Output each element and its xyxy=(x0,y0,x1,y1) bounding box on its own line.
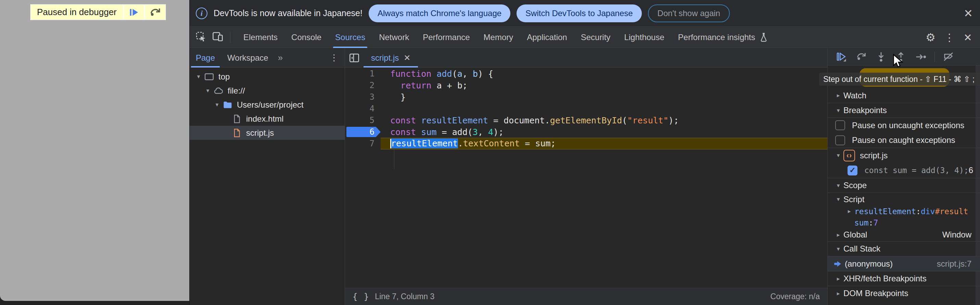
chevron-down-icon[interactable]: ▾ xyxy=(833,152,843,159)
tab-performance-insights[interactable]: Performance insights xyxy=(671,27,776,48)
pause-caught-row[interactable]: Pause on caught exceptions xyxy=(828,133,980,148)
chevron-down-icon[interactable]: ▾ xyxy=(833,196,843,203)
switch-devtools-to-japanese-button[interactable]: Switch DevTools to Japanese xyxy=(517,5,642,22)
tree-item-script-js[interactable]: script.js xyxy=(189,126,345,140)
chevron-down-icon[interactable]: ▾ xyxy=(212,101,222,108)
line-number[interactable]: 4 xyxy=(345,103,381,115)
navigator-kebab-icon[interactable]: ⋮ xyxy=(329,53,345,63)
resume-script-button[interactable] xyxy=(123,5,144,19)
section-scope[interactable]: ▾ Scope xyxy=(828,178,980,193)
navigator-overflow-chevrons-icon[interactable]: » xyxy=(275,53,285,63)
settings-gear-icon[interactable]: ⚙ xyxy=(926,31,935,44)
line-number[interactable]: 2 xyxy=(345,80,381,91)
always-match-chrome-s-language-button[interactable]: Always match Chrome's language xyxy=(369,5,511,22)
scope-script-group[interactable]: ▾ Script xyxy=(828,193,980,206)
code-text: return a + b; xyxy=(381,81,468,91)
tab-network[interactable]: Network xyxy=(372,27,416,48)
call-stack-frame-row[interactable]: (anonymous) script.js:7 xyxy=(828,256,980,271)
step-over-next-button[interactable] xyxy=(144,5,165,19)
hide-navigator-icon[interactable] xyxy=(345,52,364,64)
section-call-stack[interactable]: ▾ Call Stack xyxy=(828,241,980,256)
scope-var-resultElement[interactable]: ▸ resultElement: div#result xyxy=(828,206,980,217)
tab-close-icon[interactable]: ✕ xyxy=(404,53,410,63)
line-number[interactable]: 5 xyxy=(345,115,381,126)
tab-performance[interactable]: Performance xyxy=(416,27,476,48)
tree-item-index-html[interactable]: index.html xyxy=(189,112,345,126)
call-stack-label: Call Stack xyxy=(843,244,880,254)
tab-label: Security xyxy=(581,33,611,42)
section-dom-breakpoints[interactable]: ▸ DOM Breakpoints xyxy=(828,286,980,300)
chevron-right-icon[interactable]: ▸ xyxy=(833,275,843,283)
section-breakpoints[interactable]: ▾ Breakpoints xyxy=(828,103,980,118)
infobar-close-icon[interactable]: ✕ xyxy=(964,8,973,19)
page-background xyxy=(0,0,189,301)
deactivate-breakpoints-button[interactable] xyxy=(942,51,955,63)
devtools-toolbar: ElementsConsoleSourcesNetworkPerformance… xyxy=(189,27,980,48)
chevron-down-icon[interactable]: ▾ xyxy=(194,73,203,80)
scope-global-group[interactable]: ▸ Global Window xyxy=(828,228,980,241)
chevron-right-icon[interactable]: ▸ xyxy=(833,290,843,297)
chevron-right-icon[interactable]: ▸ xyxy=(833,92,843,99)
tab-lighthouse[interactable]: Lighthouse xyxy=(617,27,671,48)
pause-caught-checkbox[interactable] xyxy=(835,136,845,145)
editor-tab-scriptjs[interactable]: script.js ✕ xyxy=(364,48,418,67)
pause-uncaught-row[interactable]: Pause on uncaught exceptions xyxy=(828,118,980,133)
tab-security[interactable]: Security xyxy=(574,27,617,48)
tab-sources[interactable]: Sources xyxy=(328,27,372,48)
more-options-kebab-icon[interactable]: ⋮ xyxy=(944,32,955,43)
line-number[interactable]: 7 xyxy=(345,138,381,149)
javascript-file-icon: ‹› xyxy=(843,150,855,161)
step-button[interactable] xyxy=(915,51,927,63)
chevron-right-icon[interactable]: ▸ xyxy=(833,232,843,238)
pause-caught-label: Pause on caught exceptions xyxy=(852,136,955,145)
code-editor[interactable]: 1function add(a, b) {2 return a + b;3 }4… xyxy=(345,68,827,288)
code-line-6[interactable]: 6const sum = add(3, 4); xyxy=(345,126,827,138)
close-devtools-icon[interactable]: ✕ xyxy=(964,32,972,43)
step-over-icon xyxy=(149,6,161,19)
don-t-show-again-button[interactable]: Don't show again xyxy=(648,5,730,22)
chevron-down-icon[interactable]: ▾ xyxy=(833,107,843,114)
pause-uncaught-checkbox[interactable] xyxy=(835,120,845,130)
line-number[interactable]: 6 xyxy=(345,126,381,138)
section-watch[interactable]: ▸ Watch xyxy=(828,88,980,103)
code-line-7[interactable]: 7resultElement.textContent = sum; xyxy=(345,138,827,149)
code-line-3[interactable]: 3 } xyxy=(345,91,827,103)
frame-icon xyxy=(203,72,215,81)
breakpoint-entry-row[interactable]: ✓ const sum = add(3, 4); 6 xyxy=(828,163,980,178)
chevron-right-icon[interactable]: ▸ xyxy=(844,208,854,215)
tab-workspace[interactable]: Workspace xyxy=(221,48,275,67)
tab-console[interactable]: Console xyxy=(285,27,328,48)
breakpoint-enabled-checkbox[interactable]: ✓ xyxy=(848,166,858,176)
inspect-element-icon[interactable] xyxy=(195,31,207,44)
resume-button[interactable] xyxy=(835,51,848,63)
chevron-down-icon[interactable]: ▾ xyxy=(203,87,213,94)
tree-item-label: index.html xyxy=(246,114,283,124)
line-number[interactable]: 1 xyxy=(345,68,381,80)
line-number[interactable]: 3 xyxy=(345,91,381,103)
tree-item-file[interactable]: ▾file:// xyxy=(189,84,345,97)
text-caret xyxy=(390,139,391,149)
breakpoint-file-group[interactable]: ▾ ‹› script.js xyxy=(828,148,980,163)
step-over-button[interactable] xyxy=(855,51,867,63)
code-line-1[interactable]: 1function add(a, b) { xyxy=(345,68,827,80)
scope-var-sum[interactable]: sum: 7 xyxy=(828,217,980,228)
device-toolbar-icon[interactable] xyxy=(212,30,224,44)
chevron-down-icon[interactable]: ▾ xyxy=(833,182,843,189)
chevron-down-icon[interactable]: ▾ xyxy=(833,245,843,252)
deactivate-breakpoints-icon xyxy=(943,51,955,63)
tab-memory[interactable]: Memory xyxy=(477,27,520,48)
code-text: const resultElement = document.getElemen… xyxy=(381,115,679,125)
tree-item-top[interactable]: ▾top xyxy=(189,70,345,84)
code-line-5[interactable]: 5const resultElement = document.getEleme… xyxy=(345,115,827,126)
pretty-print-icon[interactable]: { } xyxy=(353,292,369,302)
section-xhr-breakpoints[interactable]: ▸ XHR/fetch Breakpoints xyxy=(828,271,980,286)
tab-page[interactable]: Page xyxy=(189,48,221,67)
tree-item-users-user-project[interactable]: ▾Users/user/project xyxy=(189,97,345,112)
tab-application[interactable]: Application xyxy=(520,27,574,48)
info-icon: i xyxy=(196,8,207,19)
code-line-2[interactable]: 2 return a + b; xyxy=(345,80,827,91)
tab-label: Performance xyxy=(423,33,469,42)
tab-elements[interactable]: Elements xyxy=(237,27,285,48)
step-into-button[interactable] xyxy=(875,51,887,63)
code-line-4[interactable]: 4 xyxy=(345,103,827,115)
